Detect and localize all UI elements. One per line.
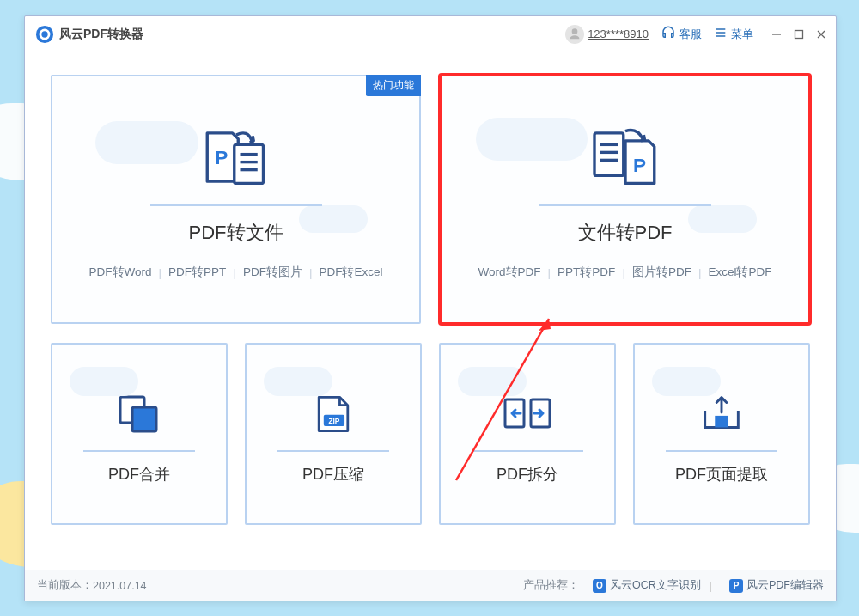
card-pdf-to-file[interactable]: 热门功能 P <box>51 75 421 324</box>
card-title: 文件转PDF <box>578 220 673 246</box>
support-label: 客服 <box>679 27 702 42</box>
card-file-to-pdf[interactable]: P 文件转PDF Word转PDF| PPT转PDF| 图片转PDF| Exce… <box>440 75 810 324</box>
ocr-icon: O <box>593 579 606 593</box>
version-label: 当前版本： <box>37 578 93 593</box>
card-subtitle-row: PDF转Word| PDF转PPT| PDF转图片| PDF转Excel <box>89 265 383 280</box>
svg-rect-10 <box>594 133 624 176</box>
titlebar: 风云PDF转换器 123****8910 客服 菜单 <box>25 16 836 52</box>
link-label: 风云PDF编辑器 <box>746 578 824 593</box>
support-link[interactable]: 客服 <box>661 25 702 43</box>
pdf-to-file-icon: P <box>198 119 275 196</box>
svg-rect-21 <box>715 416 728 428</box>
app-logo-icon <box>35 25 54 44</box>
hot-badge: 热门功能 <box>366 75 421 96</box>
card-title: PDF压缩 <box>302 464 364 485</box>
card-subtitle-row: Word转PDF| PPT转PDF| 图片转PDF| Excel转PDF <box>478 265 772 280</box>
file-to-pdf-icon: P <box>587 119 664 196</box>
statusbar: 当前版本： 2021.07.14 产品推荐： O 风云OCR文字识别 | P 风… <box>25 570 836 601</box>
user-id-link[interactable]: 123****8910 <box>588 27 649 40</box>
user-icon <box>568 27 582 41</box>
card-pdf-compress[interactable]: ZIP PDF压缩 <box>245 343 422 525</box>
editor-icon: P <box>729 579 743 593</box>
annotation-arrow-icon <box>430 308 576 497</box>
card-title: PDF合并 <box>108 464 170 485</box>
sub-label: PDF转PPT <box>168 265 226 280</box>
card-pdf-merge[interactable]: PDF合并 <box>51 343 228 525</box>
card-title: PDF转文件 <box>189 220 283 246</box>
svg-marker-23 <box>539 319 551 331</box>
recommend-ocr-link[interactable]: O 风云OCR文字识别 <box>593 578 701 593</box>
link-label: 风云OCR文字识别 <box>610 578 701 593</box>
sub-label: Word转PDF <box>478 265 541 280</box>
sub-label: PDF转Word <box>89 265 152 280</box>
close-button[interactable] <box>815 28 827 40</box>
sub-label: PPT转PDF <box>557 265 615 280</box>
headset-icon <box>661 25 676 43</box>
recommend-editor-link[interactable]: P 风云PDF编辑器 <box>729 578 824 593</box>
avatar[interactable] <box>565 25 584 44</box>
app-title: 风云PDF转换器 <box>59 27 143 42</box>
menu-link[interactable]: 菜单 <box>714 26 753 42</box>
card-title: PDF页面提取 <box>675 464 768 485</box>
svg-text:P: P <box>633 155 646 176</box>
menu-icon <box>714 26 728 42</box>
recommend-label: 产品推荐： <box>523 578 579 593</box>
svg-rect-6 <box>234 144 263 183</box>
sub-label: Excel转PDF <box>708 265 771 280</box>
app-window: 风云PDF转换器 123****8910 客服 菜单 <box>24 15 837 601</box>
menu-label: 菜单 <box>731 27 753 42</box>
sub-label: 图片转PDF <box>632 265 691 280</box>
svg-line-22 <box>456 319 549 480</box>
maximize-button[interactable] <box>793 28 805 40</box>
svg-point-2 <box>41 31 47 37</box>
card-pdf-extract[interactable]: PDF页面提取 <box>633 343 810 525</box>
minimize-button[interactable] <box>771 28 783 40</box>
svg-text:P: P <box>215 147 228 168</box>
sub-label: PDF转Excel <box>319 265 382 280</box>
version-value: 2021.07.14 <box>93 580 147 592</box>
svg-rect-16 <box>132 407 156 431</box>
content-area: 热门功能 P <box>25 52 836 570</box>
svg-text:ZIP: ZIP <box>328 417 339 425</box>
sub-label: PDF转图片 <box>243 265 302 280</box>
svg-rect-4 <box>795 30 803 38</box>
